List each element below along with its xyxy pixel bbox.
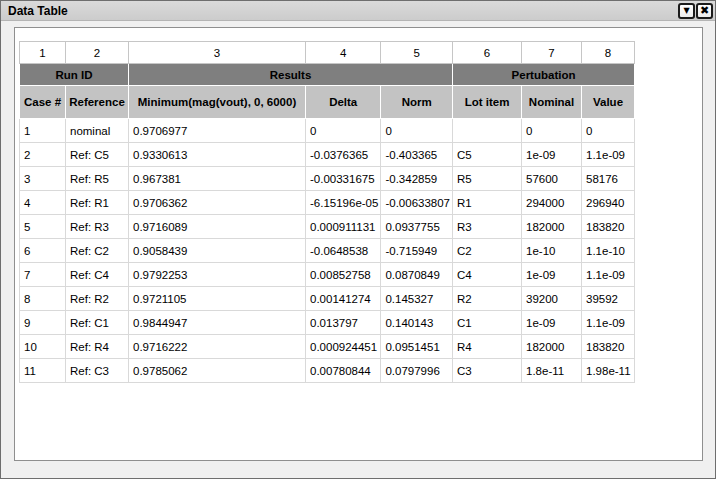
table-cell[interactable]: 6	[20, 239, 66, 263]
window-titlebar[interactable]: Data Table ▼ ✖	[1, 1, 715, 21]
table-row[interactable]: 2Ref: C50.9330613-0.0376365-0.403365C51e…	[20, 143, 635, 167]
table-row[interactable]: 5Ref: R30.97160890.0009111310.0937755R31…	[20, 215, 635, 239]
column-header-cell[interactable]: Minimum(mag(vout), 0, 6000)	[129, 86, 306, 119]
table-row[interactable]: 1nominal0.97069770000	[20, 119, 635, 143]
table-cell[interactable]: 0.0797996	[381, 359, 453, 383]
group-header-cell[interactable]: Run ID	[20, 64, 129, 86]
table-cell[interactable]: -6.15196e-05	[306, 191, 381, 215]
table-cell[interactable]: 183820	[582, 335, 635, 359]
column-number-cell[interactable]: 3	[129, 42, 306, 64]
table-cell[interactable]: 182000	[522, 335, 582, 359]
table-cell[interactable]: 0.9058439	[129, 239, 306, 263]
table-cell[interactable]: 0.0951451	[381, 335, 453, 359]
table-cell[interactable]: 1.1e-10	[582, 239, 635, 263]
table-cell[interactable]: 7	[20, 263, 66, 287]
table-cell[interactable]: Ref: R1	[66, 191, 129, 215]
table-row[interactable]: 3Ref: R50.967381-0.00331675-0.342859R557…	[20, 167, 635, 191]
table-row[interactable]: 7Ref: C40.97922530.008527580.0870849C41e…	[20, 263, 635, 287]
table-cell[interactable]: 1e-09	[522, 311, 582, 335]
table-cell[interactable]: 8	[20, 287, 66, 311]
table-cell[interactable]: R1	[453, 191, 522, 215]
column-header-cell[interactable]: Nominal	[522, 86, 582, 119]
table-cell[interactable]: Ref: C2	[66, 239, 129, 263]
table-cell[interactable]: C2	[453, 239, 522, 263]
table-cell[interactable]: 1e-09	[522, 263, 582, 287]
table-row[interactable]: 6Ref: C20.9058439-0.0648538-0.715949C21e…	[20, 239, 635, 263]
column-number-cell[interactable]: 8	[582, 42, 635, 64]
table-cell[interactable]: -0.715949	[381, 239, 453, 263]
table-cell[interactable]: 0	[522, 119, 582, 143]
table-cell[interactable]: 2	[20, 143, 66, 167]
table-cell[interactable]: 182000	[522, 215, 582, 239]
table-cell[interactable]: 0.9792253	[129, 263, 306, 287]
table-cell[interactable]: -0.342859	[381, 167, 453, 191]
table-cell[interactable]: 0.00141274	[306, 287, 381, 311]
table-cell[interactable]: 5	[20, 215, 66, 239]
table-cell[interactable]: 0.000911131	[306, 215, 381, 239]
table-cell[interactable]: 39200	[522, 287, 582, 311]
column-header-cell[interactable]: Case #	[20, 86, 66, 119]
table-row[interactable]: 9Ref: C10.98449470.0137970.140143C11e-09…	[20, 311, 635, 335]
table-cell[interactable]: Ref: C4	[66, 263, 129, 287]
table-cell[interactable]: C1	[453, 311, 522, 335]
table-cell[interactable]: 0.9716089	[129, 215, 306, 239]
table-cell[interactable]: 1e-10	[522, 239, 582, 263]
table-cell[interactable]: 0.9716222	[129, 335, 306, 359]
table-cell[interactable]: 1.1e-09	[582, 311, 635, 335]
table-cell[interactable]: R2	[453, 287, 522, 311]
column-number-cell[interactable]: 7	[522, 42, 582, 64]
group-header-cell[interactable]: Results	[129, 64, 453, 86]
table-cell[interactable]: 1e-09	[522, 143, 582, 167]
table-cell[interactable]: Ref: C5	[66, 143, 129, 167]
table-cell[interactable]: 294000	[522, 191, 582, 215]
table-cell[interactable]: 10	[20, 335, 66, 359]
table-cell[interactable]: -0.00331675	[306, 167, 381, 191]
table-cell[interactable]: Ref: R4	[66, 335, 129, 359]
close-button[interactable]: ✖	[696, 3, 713, 19]
table-cell[interactable]: 0.9785062	[129, 359, 306, 383]
table-cell[interactable]: 296940	[582, 191, 635, 215]
table-cell[interactable]: C3	[453, 359, 522, 383]
table-row[interactable]: 11Ref: C30.97850620.007808440.0797996C31…	[20, 359, 635, 383]
table-cell[interactable]: 9	[20, 311, 66, 335]
table-row[interactable]: 8Ref: R20.97211050.001412740.145327R2392…	[20, 287, 635, 311]
table-cell[interactable]: 4	[20, 191, 66, 215]
table-cell[interactable]: 183820	[582, 215, 635, 239]
column-header-cell[interactable]: Reference	[66, 86, 129, 119]
table-cell[interactable]: R4	[453, 335, 522, 359]
table-cell[interactable]: -0.0648538	[306, 239, 381, 263]
table-cell[interactable]: C5	[453, 143, 522, 167]
table-cell[interactable]: 1.1e-09	[582, 143, 635, 167]
table-row[interactable]: 10Ref: R40.97162220.0009244510.0951451R4…	[20, 335, 635, 359]
table-cell[interactable]: 11	[20, 359, 66, 383]
table-cell[interactable]: nominal	[66, 119, 129, 143]
table-cell[interactable]: 58176	[582, 167, 635, 191]
table-cell[interactable]: 0.145327	[381, 287, 453, 311]
table-cell[interactable]: -0.00633807	[381, 191, 453, 215]
table-cell[interactable]: Ref: C1	[66, 311, 129, 335]
table-cell[interactable]: C4	[453, 263, 522, 287]
table-cell[interactable]: Ref: R2	[66, 287, 129, 311]
column-header-cell[interactable]: Norm	[381, 86, 453, 119]
table-cell[interactable]: 0	[306, 119, 381, 143]
table-cell[interactable]: R3	[453, 215, 522, 239]
table-cell[interactable]: 1.1e-09	[582, 263, 635, 287]
table-cell[interactable]: 3	[20, 167, 66, 191]
table-cell[interactable]: 0.0937755	[381, 215, 453, 239]
table-cell[interactable]: R5	[453, 167, 522, 191]
table-cell[interactable]: 0.9330613	[129, 143, 306, 167]
table-cell[interactable]: -0.403365	[381, 143, 453, 167]
table-cell[interactable]: 0.9706362	[129, 191, 306, 215]
column-number-cell[interactable]: 5	[381, 42, 453, 64]
group-header-cell[interactable]: Pertubation	[453, 64, 635, 86]
table-cell[interactable]: -0.0376365	[306, 143, 381, 167]
table-cell[interactable]: 39592	[582, 287, 635, 311]
table-cell[interactable]: Ref: C3	[66, 359, 129, 383]
table-cell[interactable]: 0.9844947	[129, 311, 306, 335]
column-number-cell[interactable]: 1	[20, 42, 66, 64]
column-header-cell[interactable]: Value	[582, 86, 635, 119]
table-row[interactable]: 4Ref: R10.9706362-6.15196e-05-0.00633807…	[20, 191, 635, 215]
table-cell[interactable]: 0.9721105	[129, 287, 306, 311]
column-number-cell[interactable]: 4	[306, 42, 381, 64]
table-cell[interactable]: 0	[381, 119, 453, 143]
